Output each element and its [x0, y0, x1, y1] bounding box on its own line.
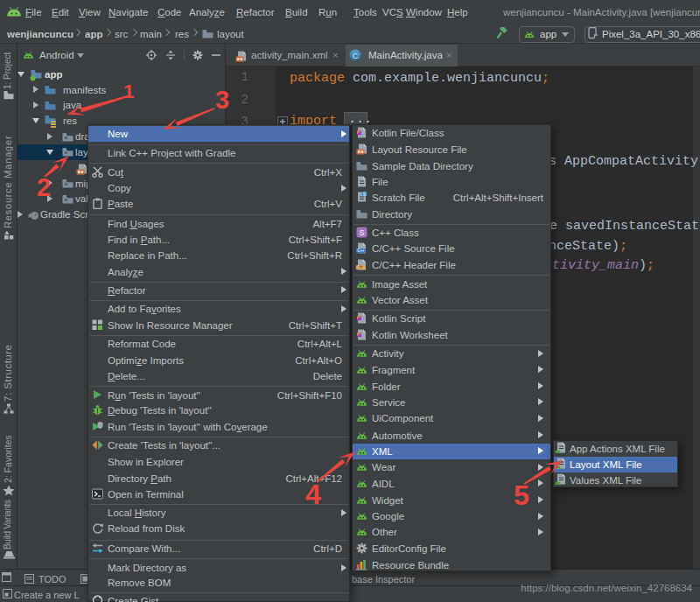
svg-text:5: 5	[514, 480, 529, 511]
svg-text:3: 3	[215, 86, 229, 114]
svg-text:1: 1	[123, 80, 134, 102]
svg-text:2: 2	[37, 173, 51, 201]
svg-text:4: 4	[305, 479, 321, 510]
